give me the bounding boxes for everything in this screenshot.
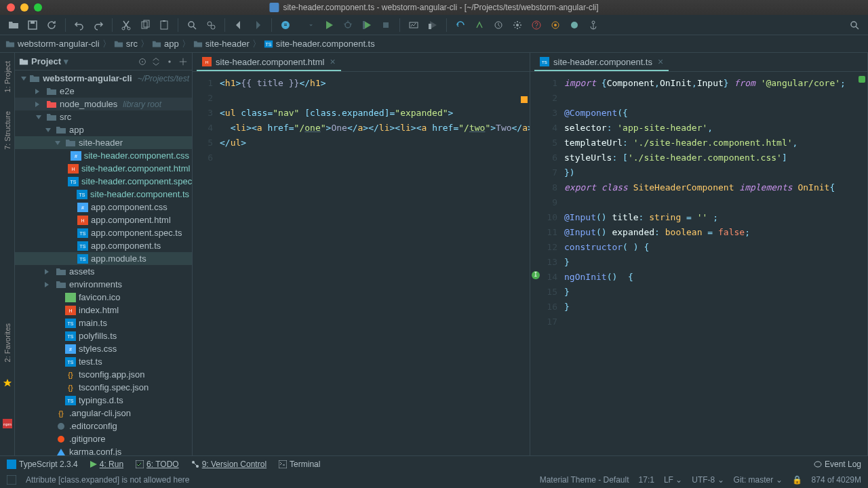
terminal-tool[interactable]: Terminal [279, 460, 320, 469]
tree-item[interactable]: #site-header.component.css [15, 149, 192, 162]
close-tab-icon[interactable]: × [658, 56, 663, 67]
npm-icon[interactable]: npm [3, 419, 12, 428]
breadcrumb-item[interactable]: TSsite-header.component.ts [264, 39, 375, 49]
open-file-icon[interactable] [5, 17, 22, 33]
git-branch[interactable]: Git: master ⌄ [734, 475, 783, 485]
refresh-icon[interactable] [43, 17, 60, 33]
tree-item[interactable]: app [15, 123, 192, 136]
svg-rect-87 [7, 475, 16, 485]
project-view-label[interactable]: Project▾ [19, 56, 132, 66]
line-separator[interactable]: LF ⌄ [664, 475, 682, 485]
tree-item[interactable]: TSpolyfills.ts [15, 329, 192, 342]
tree-item[interactable]: TSapp.component.spec.ts [15, 226, 192, 239]
undo-icon[interactable] [71, 17, 87, 33]
zoom-window-button[interactable] [34, 3, 42, 12]
tree-item[interactable]: TSmain.ts [15, 317, 192, 329]
tree-item[interactable]: TStest.ts [15, 355, 192, 368]
coverage-icon[interactable] [359, 17, 375, 33]
ide-settings-icon[interactable] [547, 17, 564, 33]
error-stripe-marker[interactable] [521, 96, 528, 103]
save-icon[interactable] [24, 17, 41, 33]
tree-item[interactable]: TSapp.module.ts [15, 252, 192, 265]
rail-structure[interactable]: 7: Structure [3, 108, 12, 152]
back-icon[interactable] [231, 17, 247, 33]
tree-item[interactable]: {}tsconfig.app.json [15, 368, 192, 381]
tree-item[interactable]: environments [15, 278, 192, 291]
tree-item[interactable]: e2e [15, 85, 192, 98]
forward-icon[interactable] [250, 17, 266, 33]
minimize-window-button[interactable] [20, 3, 28, 12]
editor-splitter: H site-header.component.html × 123456 <h… [193, 53, 868, 455]
redo-icon[interactable] [90, 17, 106, 33]
help-icon[interactable]: ? [528, 17, 545, 33]
expand-all-icon[interactable] [151, 57, 161, 66]
editor-html[interactable]: 123456 <h1>{{ title }}</h1> <ul class="n… [193, 72, 530, 455]
breadcrumb-item[interactable]: webstorm-angular-cli [5, 39, 100, 49]
update-project-icon[interactable] [452, 17, 469, 33]
editor-tab-ts[interactable]: TS site-header.component.ts × [534, 54, 669, 71]
commit-icon[interactable] [471, 17, 488, 33]
editor-ts[interactable]: 12345678910111213I14151617 import {Compo… [530, 72, 867, 455]
anchor-icon[interactable] [585, 17, 601, 33]
cut-icon[interactable] [118, 17, 134, 33]
find-icon[interactable] [184, 17, 200, 33]
breadcrumb-item[interactable]: src [114, 39, 138, 49]
hide-icon[interactable] [178, 57, 188, 66]
copy-icon[interactable] [137, 17, 153, 33]
run-tool[interactable]: 4: Run [90, 460, 123, 469]
tree-item[interactable]: node_moduleslibrary root [15, 98, 192, 110]
run-icon[interactable] [321, 17, 337, 33]
tree-item[interactable]: TSsite-header.component.spec.ts [15, 175, 192, 188]
profiler2-icon[interactable] [425, 17, 441, 33]
status-icon[interactable] [7, 475, 16, 485]
settings-icon[interactable] [509, 17, 526, 33]
tree-item[interactable]: TSsite-header.component.ts [15, 188, 192, 201]
settings-gear-icon[interactable] [165, 57, 174, 66]
tree-item[interactable]: .editorconfig [15, 420, 192, 432]
tree-item[interactable]: #styles.css [15, 342, 192, 355]
debug-icon[interactable] [340, 17, 356, 33]
tree-item[interactable]: TStypings.d.ts [15, 394, 192, 407]
tree-item[interactable]: Happ.component.html [15, 214, 192, 226]
memory-indicator[interactable]: 874 of 4029M [812, 475, 861, 485]
tree-item[interactable]: Hindex.html [15, 304, 192, 317]
paste-icon[interactable] [156, 17, 172, 33]
tree-item[interactable]: .gitignore [15, 432, 192, 445]
replace-icon[interactable] [203, 17, 219, 33]
search-everywhere-icon[interactable] [846, 17, 863, 33]
tree-item[interactable]: #app.component.css [15, 201, 192, 214]
tree-root[interactable]: webstorm-angular-cli ~/Projects/test [15, 72, 192, 85]
tree-item[interactable]: TSapp.component.ts [15, 239, 192, 252]
tree-item[interactable]: Hsite-header.component.html [15, 162, 192, 175]
close-window-button[interactable] [7, 3, 15, 12]
project-tree[interactable]: webstorm-angular-cli ~/Projects/test e2e… [15, 70, 192, 455]
tree-item[interactable]: src [15, 110, 192, 123]
tree-item[interactable]: {}tsconfig.spec.json [15, 381, 192, 394]
code-with-me-icon[interactable] [277, 17, 294, 33]
tree-item[interactable]: {}.angular-cli.json [15, 407, 192, 420]
material-icon[interactable] [566, 17, 583, 33]
stop-icon[interactable] [378, 17, 394, 33]
event-log[interactable]: Event Log [814, 460, 861, 469]
tree-item[interactable]: favicon.ico [15, 291, 192, 304]
encoding[interactable]: UTF-8 ⌄ [692, 475, 724, 485]
breadcrumb-item[interactable]: site-header [193, 39, 250, 49]
typescript-service[interactable]: TypeScript 2.3.4 [7, 460, 78, 469]
rail-favorites[interactable]: 2: Favorites [3, 321, 12, 365]
close-tab-icon[interactable]: × [330, 56, 335, 67]
todo-tool[interactable]: 6: TODO [136, 460, 179, 469]
theme-indicator[interactable]: Material Theme - Default [540, 475, 629, 485]
rail-project[interactable]: 1: Project [3, 58, 12, 95]
locate-icon[interactable] [138, 57, 147, 66]
run-config-dropdown[interactable] [296, 17, 318, 33]
tree-item[interactable]: assets [15, 265, 192, 278]
editor-tab-html[interactable]: H site-header.component.html × [197, 54, 341, 71]
caret-position[interactable]: 17:1 [639, 475, 654, 485]
profiler-icon[interactable] [406, 17, 422, 33]
tree-item[interactable]: karma.conf.js [15, 445, 192, 455]
tree-item[interactable]: site-header [15, 136, 192, 149]
lock-icon[interactable]: 🔒 [792, 475, 802, 485]
vcs-tool[interactable]: 9: Version Control [191, 460, 267, 469]
history-icon[interactable] [490, 17, 507, 33]
breadcrumb-item[interactable]: app [152, 39, 179, 49]
